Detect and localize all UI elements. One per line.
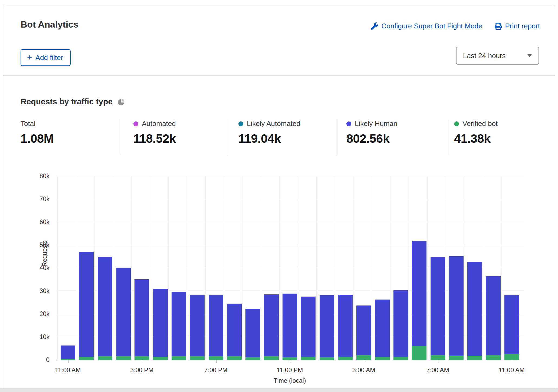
gridline-x [76, 176, 76, 360]
bar-segment[interactable] [98, 257, 112, 360]
bar-segment[interactable] [393, 290, 408, 360]
gridline-x [150, 176, 150, 360]
gridline-x [390, 176, 390, 360]
gridline-x [335, 176, 335, 360]
bar-segment[interactable] [486, 276, 501, 360]
bar-segment[interactable] [79, 357, 94, 360]
y-axis-tick-label: 80k [28, 172, 50, 180]
gridline-x [409, 176, 409, 360]
bar-segment[interactable] [338, 357, 353, 360]
gridline-x [113, 176, 113, 360]
bar-segment[interactable] [61, 359, 75, 360]
gridline-x [464, 176, 464, 360]
gridline-x [427, 176, 428, 360]
gridline-x [501, 176, 501, 360]
bar-segment[interactable] [79, 252, 94, 360]
x-axis-tick [438, 360, 438, 363]
bar-segment[interactable] [153, 289, 168, 360]
bar-segment[interactable] [301, 357, 316, 360]
bar-segment[interactable] [320, 357, 334, 360]
gridline-x [242, 176, 242, 360]
bar-segment[interactable] [134, 356, 149, 360]
gridline-x [187, 176, 187, 360]
gridline-y [57, 222, 524, 222]
bar-segment[interactable] [467, 262, 482, 360]
gridline-x [168, 176, 169, 360]
bar-segment[interactable] [172, 356, 186, 360]
bar-segment[interactable] [504, 295, 519, 360]
bar-segment[interactable] [467, 356, 482, 360]
bar-segment[interactable] [245, 309, 260, 360]
x-axis-tick [216, 360, 216, 363]
bar-segment[interactable] [153, 357, 168, 360]
bar-segment[interactable] [283, 294, 297, 360]
bar-segment[interactable] [209, 356, 223, 360]
bot-analytics-panel: Bot Analytics Configure Super Bot Fight … [3, 5, 555, 392]
bar-segment[interactable] [412, 346, 426, 360]
gridline-x [131, 176, 132, 360]
gridline-x [57, 176, 58, 360]
bar-segment[interactable] [375, 300, 390, 360]
gridline-x [205, 176, 206, 360]
x-axis-tick-label: 7:00 AM [416, 367, 459, 374]
bar-segment[interactable] [283, 357, 297, 360]
bar-segment[interactable] [338, 295, 353, 360]
gridline-x [261, 176, 261, 360]
bar-segment[interactable] [504, 354, 519, 360]
bar-segment[interactable] [412, 241, 426, 360]
bar-segment[interactable] [209, 295, 223, 360]
y-axis-tick-label: 30k [28, 287, 50, 295]
bar-segment[interactable] [190, 295, 205, 360]
bar-segment[interactable] [190, 356, 205, 360]
bar-segment[interactable] [264, 294, 279, 360]
x-axis-tick [290, 360, 290, 363]
gridline-x [279, 176, 280, 360]
bar-segment[interactable] [356, 305, 371, 360]
gridline-x [372, 176, 372, 360]
requests-chart: Requests Time (local) 010k20k30k40k50k60… [3, 5, 555, 392]
y-axis-tick-label: 20k [28, 310, 50, 318]
gridline-x [446, 176, 446, 360]
bar-segment[interactable] [449, 356, 464, 360]
bar-segment[interactable] [393, 357, 408, 360]
bar-segment[interactable] [98, 356, 112, 360]
x-axis-tick-label: 3:00 PM [120, 367, 163, 374]
gridline-y [57, 360, 524, 360]
x-axis-tick [68, 360, 68, 363]
y-axis-tick-label: 50k [28, 241, 50, 249]
y-axis-tick-label: 40k [28, 264, 50, 272]
bar-segment[interactable] [227, 356, 242, 360]
x-axis-tick-label: 7:00 PM [194, 367, 238, 374]
x-axis-tick [512, 360, 512, 363]
bar-segment[interactable] [431, 355, 445, 360]
bar-segment[interactable] [116, 356, 131, 360]
bar-segment[interactable] [449, 256, 464, 360]
y-axis-tick-label: 60k [28, 218, 50, 226]
x-axis-tick-label: 3:00 AM [342, 367, 385, 374]
bar-segment[interactable] [301, 297, 316, 360]
bar-segment[interactable] [245, 357, 260, 360]
bar-segment[interactable] [375, 357, 390, 360]
x-axis-tick [364, 360, 364, 363]
x-axis-tick-label: 11:00 AM [490, 367, 533, 374]
gridline-x [298, 176, 298, 360]
x-axis-tick-label: 11:00 PM [268, 367, 311, 374]
gridline-x [224, 176, 224, 360]
gridline-x [316, 176, 317, 360]
bar-segment[interactable] [356, 355, 371, 360]
bar-segment[interactable] [172, 292, 186, 360]
gridline-y [57, 176, 524, 176]
bar-segment[interactable] [264, 356, 279, 360]
gridline-x [353, 176, 353, 360]
y-axis-tick-label: 0 [28, 356, 50, 364]
y-axis-tick-label: 70k [28, 195, 50, 203]
bar-segment[interactable] [227, 304, 242, 360]
bar-segment[interactable] [61, 346, 75, 360]
bar-segment[interactable] [431, 257, 445, 360]
bar-segment[interactable] [320, 295, 334, 360]
bar-segment[interactable] [134, 279, 149, 360]
gridline-y [57, 245, 524, 245]
bar-segment[interactable] [486, 355, 501, 360]
x-axis-tick-label: 11:00 AM [46, 367, 90, 374]
bar-segment[interactable] [116, 268, 131, 360]
